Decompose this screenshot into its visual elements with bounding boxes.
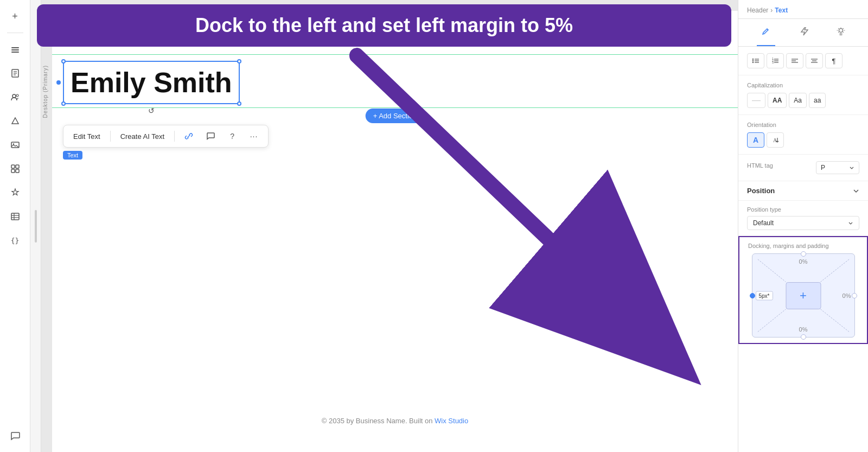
pages-icon[interactable] [5,63,25,83]
toolbar-divider-2 [174,131,175,142]
dock-dot-right[interactable] [852,293,857,298]
html-tag-row: HTML tag P [747,161,859,174]
svg-rect-1 [11,49,19,50]
docking-plus-icon: + [800,289,807,303]
docking-inner-box[interactable]: + [786,282,821,309]
svg-text:A: A [773,137,777,143]
resize-handle-br[interactable] [237,101,241,106]
paragraph-btn[interactable]: ¶ [825,53,843,68]
text-tag-badge[interactable]: Text [63,151,82,160]
resize-handle-tr[interactable] [237,59,241,63]
edit-text-button[interactable]: Edit Text [70,130,104,143]
selected-text-content: Emily Smith [71,66,232,99]
align-left-btn[interactable] [786,53,803,68]
canvas-area[interactable]: Desktop (Primary) Emily Smith ↺ Edit Tex… [30,0,738,452]
left-sidebar: + {} [0,0,30,452]
orientation-label: Orientation [747,122,859,128]
dock-right-value: 0% [843,292,851,299]
scroll-indicator [30,0,41,452]
code-icon[interactable]: {} [5,231,25,250]
cap-first-btn[interactable]: Aa [789,93,807,108]
breadcrumb-header: Header [747,7,768,14]
html-tag-section: HTML tag P [738,155,868,181]
context-toolbar: Edit Text Create AI Text ? ··· [63,125,269,148]
position-type-label: Position type [747,206,859,213]
main-area: Dock to the left and set left margin to … [30,0,738,452]
resize-handle-tl[interactable] [61,59,66,63]
capitalization-section: Capitalization — AA Aa aa [738,75,868,115]
grid-icon[interactable] [5,159,25,179]
tab-light[interactable] [832,23,850,42]
docking-label: Docking, margins and padding [748,243,858,249]
sidebar-bottom [5,426,25,445]
link-icon-button[interactable] [181,129,196,144]
resize-handle-bl[interactable] [61,101,66,106]
dock-dot-top[interactable] [801,251,806,257]
cap-all-btn[interactable]: AA [768,93,787,108]
breadcrumb-text: Text [775,7,788,14]
orient-horizontal-btn[interactable]: A [747,132,764,148]
chat-icon[interactable] [5,426,25,445]
svg-text:3.: 3. [772,61,774,64]
guide-line-bottom [52,107,738,108]
svg-point-7 [12,94,16,98]
panel-breadcrumb: Header › Text [738,0,868,19]
position-type-section: Position type Default [738,201,868,236]
tab-design[interactable] [757,23,775,42]
dock-bottom-value: 0% [799,326,808,333]
media-icon[interactable] [5,135,25,155]
dock-dot-bottom[interactable] [801,334,806,340]
comment-icon-button[interactable] [203,129,218,144]
toolbar-divider [110,131,111,142]
orientation-section: Orientation A A [738,115,868,155]
anchor-dot[interactable] [56,80,61,85]
svg-point-8 [16,94,18,97]
svg-rect-15 [11,213,19,220]
svg-rect-14 [16,169,19,173]
ordered-list-btn[interactable]: 1.2.3. [767,53,784,68]
more-options-button[interactable]: ··· [246,129,261,144]
selected-text-element[interactable]: Emily Smith ↺ [63,61,240,104]
sidebar-divider [7,33,23,33]
svg-point-21 [839,29,843,33]
help-icon-button[interactable]: ? [225,129,240,144]
orient-vertical-btn[interactable]: A [767,132,784,148]
unordered-list-btn[interactable] [747,53,764,68]
position-section-header[interactable]: Position [738,181,868,201]
svg-line-44 [820,309,848,332]
svg-line-42 [757,309,785,332]
capitalization-label: Capitalization [747,82,859,88]
svg-line-43 [820,259,848,282]
tab-lightning[interactable] [794,23,813,42]
add-icon[interactable]: + [5,7,25,26]
dock-dot-left[interactable] [750,293,755,298]
html-tag-select[interactable]: P [816,161,859,174]
canvas-footer: © 2035 by Business Name. Built on Wix St… [322,417,468,425]
create-ai-text-button[interactable]: Create AI Text [117,130,168,143]
dock-left-container: 5px* [756,291,773,300]
svg-point-22 [752,59,754,60]
add-section-button[interactable]: + Add Section [366,109,425,123]
align-center-btn[interactable] [806,53,823,68]
scroll-bar [35,210,37,243]
team-icon[interactable] [5,87,25,107]
layers-icon[interactable] [5,40,25,59]
shapes-icon[interactable] [5,111,25,131]
panel-tabs [738,19,868,47]
svg-rect-11 [11,165,15,168]
position-type-select[interactable]: Default [747,216,859,230]
dock-top-value: 0% [799,258,808,265]
svg-line-41 [757,259,785,282]
dock-left-input[interactable]: 5px* [756,291,773,300]
rotate-handle[interactable]: ↺ [148,106,155,115]
svg-rect-0 [11,47,19,48]
widgets-icon[interactable] [5,183,25,202]
svg-point-26 [752,62,754,63]
table-icon[interactable] [5,207,25,226]
alignment-section: 1.2.3. ¶ [738,47,868,75]
cap-none-btn[interactable]: — [747,93,765,108]
orientation-buttons: A A [747,132,859,148]
cap-lower-btn[interactable]: aa [809,93,826,108]
webpage-canvas: Emily Smith ↺ Edit Text Create AI Text [52,11,738,452]
footer-link[interactable]: Wix Studio [435,417,468,425]
